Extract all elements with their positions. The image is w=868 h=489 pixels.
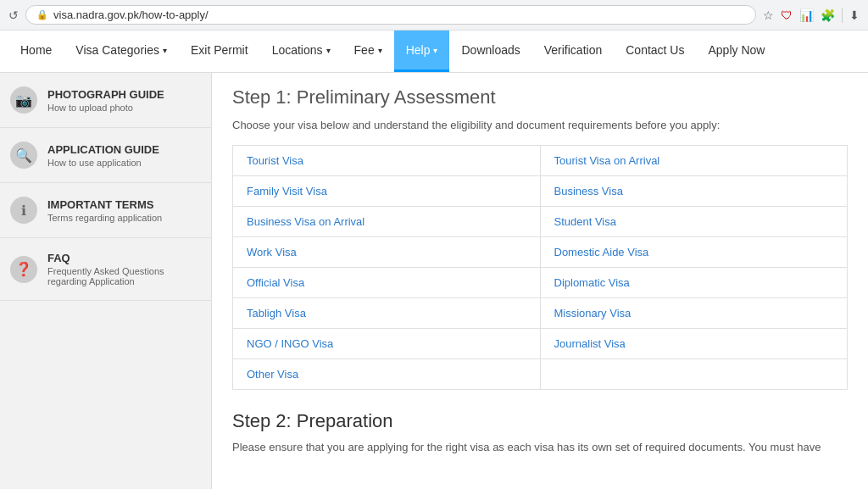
table-row: Business Visa on ArrivalStudent Visa xyxy=(233,207,848,237)
visa-link-business-visa[interactable]: Business Visa xyxy=(554,185,623,197)
faq-icon: ❓ xyxy=(10,256,37,283)
visa-table: Tourist VisaTourist Visa on ArrivalFamil… xyxy=(232,145,848,390)
visa-link-diplomatic-visa[interactable]: Diplomatic Visa xyxy=(554,276,630,289)
download-icon[interactable]: ⬇ xyxy=(849,8,860,22)
divider xyxy=(842,8,843,23)
photograph-guide-text: PHOTOGRAPH GUIDEHow to upload photo xyxy=(47,88,164,113)
refresh-icon[interactable]: ↺ xyxy=(8,8,19,22)
nav-item-verification[interactable]: Verification xyxy=(532,31,614,72)
application-guide-icon: 🔍 xyxy=(10,142,37,169)
faq-text: FAQFrequently Asked Questions regarding … xyxy=(47,252,201,286)
sidebar-item-faq[interactable]: ❓FAQFrequently Asked Questions regarding… xyxy=(0,238,211,301)
address-bar[interactable]: 🔒 visa.nadra.gov.pk/how-to-apply/ xyxy=(25,5,756,25)
browser-actions: ☆ 🛡 📊 🧩 ⬇ xyxy=(763,8,860,23)
nav-item-fee[interactable]: Fee ▾ xyxy=(342,31,394,72)
nav-item-visa-categories[interactable]: Visa Categories ▾ xyxy=(64,31,179,72)
visa-link-tourist-visa[interactable]: Tourist Visa xyxy=(247,154,303,167)
table-row: Family Visit VisaBusiness Visa xyxy=(233,176,848,207)
photograph-guide-title: PHOTOGRAPH GUIDE xyxy=(47,88,164,101)
lock-icon: 🔒 xyxy=(36,9,48,20)
visa-link-student-visa[interactable]: Student Visa xyxy=(554,215,616,228)
chevron-down-icon: ▾ xyxy=(163,46,167,55)
visa-link-official-visa[interactable]: Official Visa xyxy=(247,276,304,289)
visa-link-domestic-aide-visa[interactable]: Domestic Aide Visa xyxy=(554,246,649,258)
sidebar-item-important-terms[interactable]: ℹIMPORTANT TERMSTerms regarding applicat… xyxy=(0,183,211,238)
table-row: Tourist VisaTourist Visa on Arrival xyxy=(233,146,848,176)
application-guide-text: APPLICATION GUIDEHow to use application xyxy=(47,143,159,168)
nav-item-home[interactable]: Home xyxy=(8,31,64,72)
nav-item-help[interactable]: Help ▾ xyxy=(394,31,450,72)
sidebar-item-application-guide[interactable]: 🔍APPLICATION GUIDEHow to use application xyxy=(0,128,211,183)
nav-item-exit-permit[interactable]: Exit Permit xyxy=(179,31,260,72)
extensions-icon[interactable]: 🧩 xyxy=(821,8,835,22)
nav-item-apply-now[interactable]: Apply Now xyxy=(696,31,776,72)
browser-chrome: ↺ 🔒 visa.nadra.gov.pk/how-to-apply/ ☆ 🛡 … xyxy=(0,0,868,31)
step1-desc: Choose your visa below and understand th… xyxy=(232,119,848,131)
visa-link-ngo--ingo-visa[interactable]: NGO / INGO Visa xyxy=(247,337,333,350)
nav-item-downloads[interactable]: Downloads xyxy=(449,31,531,72)
visa-link-journalist-visa[interactable]: Journalist Visa xyxy=(554,337,626,350)
step1-title: Step 1: Preliminary Assessment xyxy=(232,86,848,108)
table-row: Tabligh VisaMissionary Visa xyxy=(233,298,848,329)
chevron-down-icon: ▾ xyxy=(433,46,437,55)
important-terms-subtitle: Terms regarding application xyxy=(47,213,162,223)
important-terms-text: IMPORTANT TERMSTerms regarding applicati… xyxy=(47,198,162,223)
visa-link-tabligh-visa[interactable]: Tabligh Visa xyxy=(247,307,306,320)
chevron-down-icon: ▾ xyxy=(326,46,331,55)
visa-link-work-visa[interactable]: Work Visa xyxy=(247,246,297,258)
faq-subtitle: Frequently Asked Questions regarding App… xyxy=(47,266,201,286)
nav-item-contact-us[interactable]: Contact Us xyxy=(614,31,696,72)
table-row: Official VisaDiplomatic Visa xyxy=(233,268,848,298)
navbar: HomeVisa Categories ▾Exit PermitLocation… xyxy=(0,31,868,73)
faq-title: FAQ xyxy=(47,252,201,264)
table-row: Work VisaDomestic Aide Visa xyxy=(233,237,848,268)
visa-link-family-visit-visa[interactable]: Family Visit Visa xyxy=(247,185,327,197)
visa-link-tourist-visa-on-arrival[interactable]: Tourist Visa on Arrival xyxy=(554,154,660,167)
main-content: Step 1: Preliminary Assessment Choose yo… xyxy=(212,73,868,489)
step2-title: Step 2: Preparation xyxy=(232,410,848,432)
url-text: visa.nadra.gov.pk/how-to-apply/ xyxy=(53,8,745,21)
visa-link-other-visa[interactable]: Other Visa xyxy=(247,368,298,381)
visa-link-missionary-visa[interactable]: Missionary Visa xyxy=(554,307,632,320)
bars-icon[interactable]: 📊 xyxy=(799,8,814,22)
important-terms-title: IMPORTANT TERMS xyxy=(47,198,162,211)
sidebar: 📷PHOTOGRAPH GUIDEHow to upload photo🔍APP… xyxy=(0,73,212,489)
photograph-guide-subtitle: How to upload photo xyxy=(47,103,164,113)
shield-icon[interactable]: 🛡 xyxy=(781,8,793,22)
important-terms-icon: ℹ xyxy=(10,197,37,224)
application-guide-title: APPLICATION GUIDE xyxy=(47,143,159,156)
page-layout: 📷PHOTOGRAPH GUIDEHow to upload photo🔍APP… xyxy=(0,73,868,489)
chevron-down-icon: ▾ xyxy=(378,46,382,55)
visa-link-business-visa-on-arrival[interactable]: Business Visa on Arrival xyxy=(247,215,364,228)
star-icon[interactable]: ☆ xyxy=(763,8,774,22)
table-row: NGO / INGO VisaJournalist Visa xyxy=(233,329,848,359)
table-row: Other Visa xyxy=(233,359,848,390)
sidebar-item-photograph-guide[interactable]: 📷PHOTOGRAPH GUIDEHow to upload photo xyxy=(0,73,211,128)
photograph-guide-icon: 📷 xyxy=(10,86,37,114)
nav-item-locations[interactable]: Locations ▾ xyxy=(260,31,342,72)
application-guide-subtitle: How to use application xyxy=(47,158,159,168)
step2-desc: Please ensure that you are applying for … xyxy=(232,439,848,456)
